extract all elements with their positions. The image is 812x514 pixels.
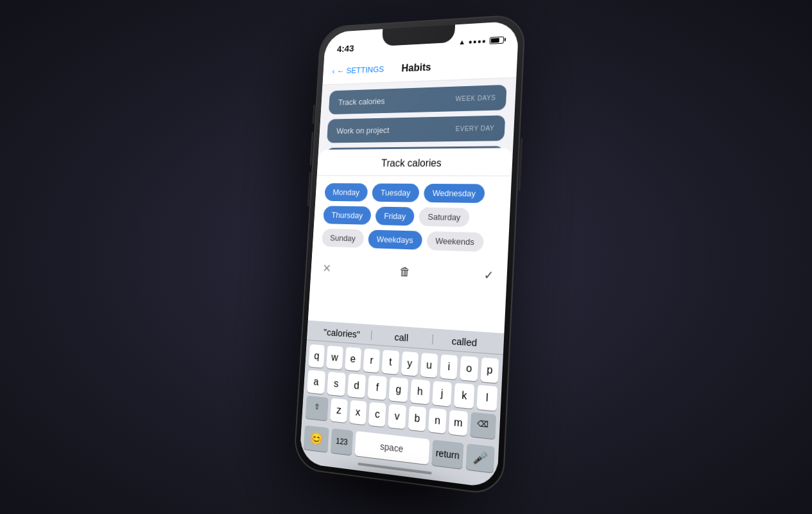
- key-h[interactable]: h: [410, 379, 429, 405]
- key-j[interactable]: j: [431, 381, 451, 407]
- shift-key[interactable]: ⇧: [305, 396, 328, 421]
- back-button[interactable]: ‹ ← SETTINGS: [332, 64, 384, 76]
- predictive-word-2[interactable]: called: [432, 333, 497, 351]
- edit-panel: Track calories Monday Tuesday Wednesday …: [299, 148, 513, 488]
- key-v[interactable]: v: [388, 404, 406, 429]
- key-r[interactable]: r: [363, 348, 380, 373]
- habit-item-0[interactable]: Track calories WEEK DAYS: [328, 85, 506, 114]
- key-p[interactable]: p: [480, 357, 499, 383]
- key-n[interactable]: n: [428, 408, 447, 434]
- day-row-3: Sunday Weekdays Weekends: [321, 229, 497, 253]
- edit-panel-title: Track calories: [381, 157, 442, 168]
- day-friday[interactable]: Friday: [375, 207, 415, 226]
- key-z[interactable]: z: [330, 398, 347, 423]
- status-time: 4:43: [336, 42, 354, 53]
- phone: 4:43 ▲ ●●●● ‹ ← SETTINGS: [293, 14, 526, 497]
- back-label: ← SETTINGS: [336, 64, 384, 75]
- day-weekdays[interactable]: Weekdays: [368, 230, 422, 250]
- key-s[interactable]: s: [327, 371, 345, 396]
- space-key[interactable]: space: [354, 431, 429, 465]
- signal-icon: ●●●●: [468, 37, 486, 45]
- notch: [381, 24, 454, 46]
- day-row-2: Thursday Friday Saturday: [323, 206, 499, 227]
- habit-freq-1: EVERY DAY: [455, 125, 494, 132]
- habit-name-0: Track calories: [338, 96, 384, 107]
- key-g[interactable]: g: [388, 377, 408, 402]
- habit-freq-0: WEEK DAYS: [455, 94, 496, 102]
- key-e[interactable]: e: [344, 347, 361, 371]
- backspace-key[interactable]: ⌫: [469, 412, 496, 439]
- wifi-icon: ▲: [458, 38, 465, 46]
- emoji-key[interactable]: 😊: [303, 425, 329, 452]
- key-i[interactable]: i: [440, 354, 458, 379]
- nav-title: Habits: [401, 61, 431, 73]
- day-tuesday[interactable]: Tuesday: [372, 184, 419, 202]
- key-d[interactable]: d: [347, 373, 366, 398]
- key-k[interactable]: k: [454, 383, 474, 409]
- predictive-word-1[interactable]: call: [370, 328, 433, 346]
- key-x[interactable]: x: [349, 400, 366, 425]
- numbers-key[interactable]: 123: [330, 429, 352, 456]
- key-o[interactable]: o: [460, 356, 478, 382]
- key-w[interactable]: w: [326, 346, 343, 369]
- cancel-button[interactable]: ✕: [322, 261, 331, 276]
- day-sunday[interactable]: Sunday: [321, 229, 363, 248]
- edit-panel-header: Track calories: [316, 148, 512, 176]
- key-q[interactable]: q: [308, 344, 325, 368]
- key-t[interactable]: t: [381, 350, 399, 375]
- key-a[interactable]: a: [307, 370, 325, 394]
- back-chevron-icon: ‹: [332, 67, 335, 76]
- day-wednesday[interactable]: Wednesday: [423, 184, 485, 203]
- day-row-1: Monday Tuesday Wednesday: [324, 183, 501, 203]
- key-f[interactable]: f: [367, 375, 386, 400]
- day-thursday[interactable]: Thursday: [323, 206, 372, 224]
- key-y[interactable]: y: [401, 351, 418, 377]
- habit-name-1: Work on project: [336, 125, 389, 136]
- key-l[interactable]: l: [476, 385, 497, 411]
- day-weekends[interactable]: Weekends: [426, 231, 484, 252]
- delete-button[interactable]: 🗑: [399, 265, 410, 279]
- day-saturday[interactable]: Saturday: [419, 208, 470, 227]
- habit-item-1[interactable]: Work on project EVERY DAY: [327, 115, 505, 143]
- key-u[interactable]: u: [420, 353, 438, 378]
- battery-icon: [489, 36, 504, 44]
- predictive-word-0[interactable]: "calories": [312, 324, 371, 342]
- phone-screen: 4:43 ▲ ●●●● ‹ ← SETTINGS: [299, 21, 519, 488]
- confirm-button[interactable]: ✓: [483, 268, 494, 283]
- key-m[interactable]: m: [449, 410, 467, 436]
- day-monday[interactable]: Monday: [324, 183, 368, 202]
- status-icons: ▲ ●●●●: [458, 36, 504, 46]
- key-b[interactable]: b: [408, 406, 426, 432]
- mic-key[interactable]: 🎤: [465, 443, 494, 473]
- key-c[interactable]: c: [368, 402, 386, 427]
- return-key[interactable]: return: [431, 439, 463, 469]
- day-selector: Monday Tuesday Wednesday Thursday Friday…: [311, 176, 511, 266]
